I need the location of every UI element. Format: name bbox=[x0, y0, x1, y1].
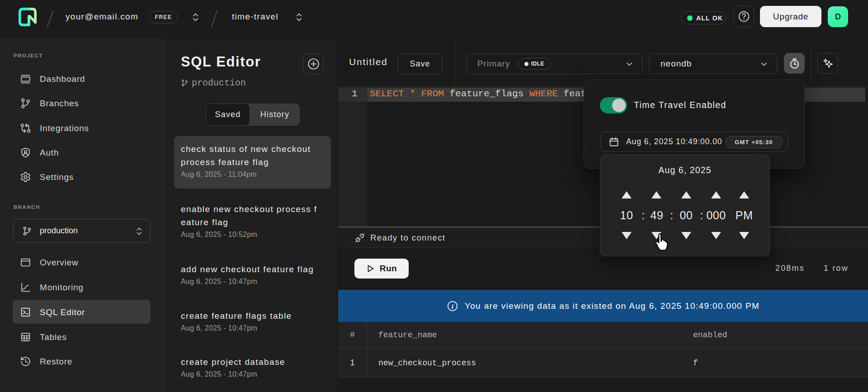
svg-text:i: i bbox=[452, 303, 454, 310]
